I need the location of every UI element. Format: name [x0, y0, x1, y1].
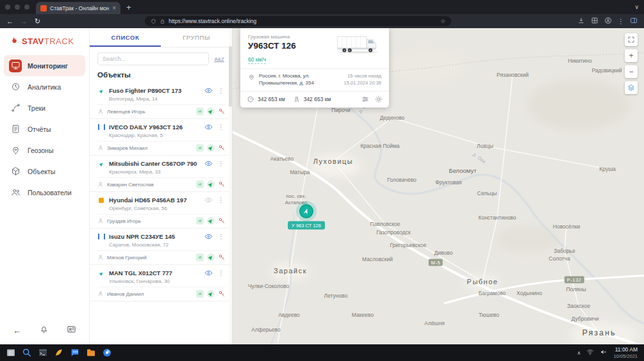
gps-status-icon[interactable]	[207, 290, 215, 298]
vehicle-row[interactable]: Hyundai HD65 Р456АВ 197 ⋮ Оренбург, Сове…	[90, 192, 232, 229]
tray-expand-icon[interactable]: ∧	[577, 350, 581, 356]
sidebar-item-objects[interactable]: Объекты	[4, 161, 85, 182]
sort-toggle[interactable]: A&Z	[214, 56, 224, 62]
tab-groups[interactable]: ГРУППЫ	[161, 28, 232, 47]
back-icon[interactable]: ←	[6, 18, 13, 25]
gps-status-icon[interactable]	[207, 180, 215, 188]
gps-status-icon[interactable]	[207, 144, 215, 152]
vehicle-row[interactable]: MAN TGL Х012СТ 777 ⋮ Ульяновск, Гончаров…	[90, 265, 232, 301]
vehicle-row[interactable]: Mitsubishi Canter С567ОР 790 ⋮ Красноярс…	[90, 156, 232, 192]
eye-icon[interactable]	[204, 232, 213, 241]
vehicle-row[interactable]: IVECO DAILY У963СТ 126 ⋮ Краснодар, Крас…	[90, 119, 232, 156]
eye-icon[interactable]	[204, 196, 213, 204]
url-bar[interactable]: https://www.stavtrack.online/tracking ☆	[145, 16, 451, 26]
tab-list-chevron-icon[interactable]: ∨	[634, 4, 639, 10]
new-tab-button[interactable]: +	[126, 3, 131, 12]
row-menu-icon[interactable]: ⋮	[217, 124, 226, 131]
window-minimize-icon[interactable]	[15, 4, 20, 10]
search-app-icon[interactable]	[21, 348, 32, 358]
search-input[interactable]	[97, 52, 209, 65]
gps-status-icon[interactable]	[207, 108, 215, 115]
bookmark-star-icon[interactable]: ☆	[440, 18, 445, 24]
volume-icon[interactable]	[600, 347, 607, 358]
map-layers-button[interactable]	[625, 81, 638, 94]
eye-icon[interactable]	[204, 86, 213, 95]
zoom-in-button[interactable]: +	[625, 49, 638, 62]
sidebar-item-tracks[interactable]: Треки	[4, 97, 85, 118]
window-maximize-icon[interactable]	[24, 4, 29, 10]
ignition-key-icon[interactable]	[218, 108, 226, 115]
gps-status-icon[interactable]	[207, 217, 215, 225]
row-menu-icon[interactable]: ⋮	[217, 234, 226, 240]
scrollbar-thumb[interactable]	[229, 46, 232, 107]
sensor-status-icon[interactable]	[196, 290, 204, 298]
eye-icon[interactable]	[204, 269, 213, 277]
map-fullscreen-button[interactable]	[625, 33, 638, 46]
marker-plate-label[interactable]: У 963 СТ 126	[288, 221, 325, 230]
browser-tab[interactable]: СтавТрак - Онлайн монитор… ×	[36, 2, 120, 14]
notifications-bell-icon[interactable]	[39, 325, 49, 337]
files-app-icon[interactable]	[5, 348, 16, 358]
shield-icon[interactable]	[151, 19, 156, 24]
map-label: Алёшня	[424, 320, 444, 326]
terminal-app-icon[interactable]	[37, 348, 48, 358]
ignition-key-icon[interactable]	[218, 180, 226, 188]
row-menu-icon[interactable]: ⋮	[217, 161, 226, 167]
ignition-key-icon[interactable]	[218, 290, 226, 298]
sensor-status-icon[interactable]	[196, 108, 204, 115]
sidebar-item-analytics[interactable]: Аналитика	[4, 76, 85, 97]
route-sliders-icon[interactable]	[361, 95, 369, 103]
driver-name: Левенцев Игорь	[107, 109, 193, 115]
row-menu-icon[interactable]: ⋮	[217, 88, 226, 94]
ignition-key-icon[interactable]	[218, 144, 226, 152]
extensions-icon[interactable]	[591, 15, 599, 27]
folder-app-icon[interactable]	[85, 348, 96, 358]
collapse-back-button[interactable]: ←	[13, 326, 21, 335]
gps-status-icon[interactable]	[207, 253, 215, 261]
download-icon[interactable]	[577, 15, 585, 27]
map-label: Дединово	[380, 115, 405, 121]
sidebar-toggle-icon[interactable]	[630, 15, 638, 27]
window-close-icon[interactable]	[5, 4, 10, 10]
editor-app-icon[interactable]	[53, 348, 64, 358]
sidebar-item-monitoring[interactable]: Мониторинг	[4, 55, 85, 76]
zoom-out-button[interactable]: −	[625, 65, 638, 78]
browser-app-icon[interactable]	[101, 348, 112, 358]
eye-icon[interactable]	[204, 123, 213, 131]
datetime: 15.01.2024 20:35	[344, 80, 381, 86]
panel-scrollbar[interactable]	[229, 28, 232, 344]
profile-icon[interactable]	[604, 15, 612, 27]
chat-app-icon[interactable]	[69, 348, 80, 358]
vehicle-speed[interactable]: 60 км/ч	[248, 56, 266, 64]
vehicle-row[interactable]: Isuzu NPR С234УЕ 145 ⋮ Саратов, Московск…	[90, 229, 232, 265]
map-label: Заборье	[554, 248, 575, 254]
sensor-status-icon[interactable]	[196, 253, 204, 261]
screen: СтавТрак - Онлайн монитор… × + ∨ ← → ↻ h…	[0, 0, 644, 361]
sidebar-item-users[interactable]: Пользователи	[4, 182, 85, 203]
map-label: Григорьевское	[390, 242, 426, 248]
sensor-status-icon[interactable]	[196, 144, 204, 152]
settings-gear-icon[interactable]	[375, 95, 383, 103]
vehicle-status-icon	[97, 233, 105, 241]
account-badge-icon[interactable]	[67, 325, 76, 337]
row-menu-icon[interactable]: ⋮	[217, 270, 226, 277]
reload-icon[interactable]: ↻	[35, 18, 40, 25]
map-label: Газопроводск	[376, 229, 410, 236]
eye-icon[interactable]	[204, 159, 213, 168]
forward-icon[interactable]: →	[21, 18, 28, 25]
taskbar-clock[interactable]: 11:00 AM 10/05/2021	[613, 346, 639, 358]
sidebar-item-geozones[interactable]: Геозоны	[4, 140, 85, 161]
sensor-status-icon[interactable]	[196, 180, 204, 188]
sensor-status-icon[interactable]	[196, 217, 204, 225]
vehicle-marker[interactable]	[299, 204, 313, 218]
vehicle-row[interactable]: Fuso Fighter Р890СТ 173 ⋮ Волгоград, Мир…	[90, 83, 232, 119]
ignition-key-icon[interactable]	[218, 217, 226, 225]
tab-close-icon[interactable]: ×	[112, 5, 116, 12]
ignition-key-icon[interactable]	[218, 253, 226, 261]
map[interactable]: НикитиноРязановскийРадовицкийСергиевский…	[233, 28, 644, 344]
row-menu-icon[interactable]: ⋮	[217, 197, 226, 204]
sidebar-item-reports[interactable]: Отчёты	[4, 118, 85, 140]
tab-list[interactable]: СПИСОК	[90, 28, 161, 47]
network-icon[interactable]	[586, 347, 594, 358]
browser-menu-icon[interactable]: ⋮	[618, 18, 624, 25]
